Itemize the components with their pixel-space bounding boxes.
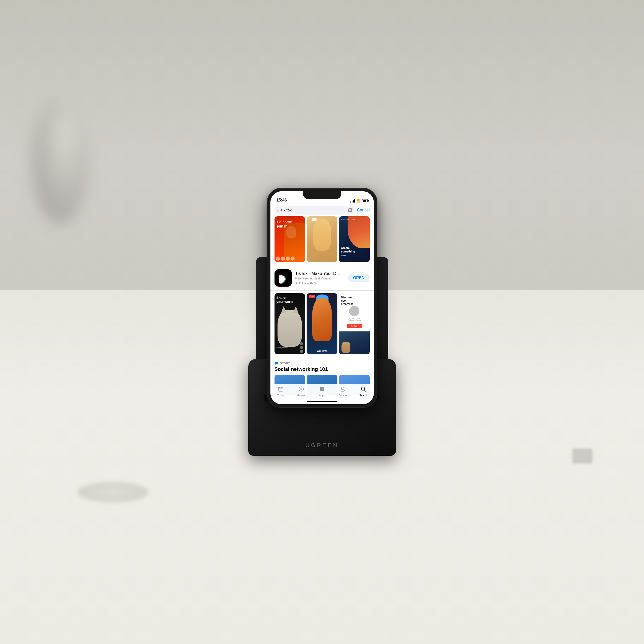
svg-point-9 (341, 387, 344, 390)
games-nav-icon (298, 386, 304, 393)
app-open-button[interactable]: OPEN (348, 273, 369, 282)
ss6-bottom-image (339, 332, 370, 355)
bg-cylinder-blur (32, 96, 88, 224)
rating-count: 877K (310, 281, 317, 284)
phone-notch (303, 191, 341, 199)
bg-plate (77, 482, 148, 502)
ss4-background: Shareyour world! fluffy.junior69 (275, 293, 305, 355)
screenshots-row-1: So comejoin in (270, 216, 374, 262)
ss3-background: 800+ Templates Createsomethingnew (339, 216, 370, 262)
ss6-bottom-face (341, 342, 350, 353)
screenshot-1[interactable]: So comejoin in (275, 216, 305, 262)
rating-stars: ★★★★★ (295, 281, 309, 285)
ss5-figure (312, 298, 332, 341)
bg-device (572, 448, 593, 464)
app-listing[interactable]: TikTok - Make Your D... Real People. Rea… (270, 265, 374, 291)
ss3-text: Createsomethingnew (341, 246, 355, 257)
ss4-username: fluffy.junior69 (277, 347, 289, 349)
arcade-nav-icon (340, 386, 346, 393)
ss1-text: So comejoin in (277, 220, 292, 228)
story-icon (275, 361, 279, 365)
app-name: TikTok - Make Your D... (295, 271, 345, 276)
wifi-icon: 📶 (357, 199, 361, 202)
tiktok-logo (279, 273, 288, 283)
phone-stand-wrapper: UGREEN 15:46 (236, 188, 409, 456)
story-eyebrow: STORY (275, 361, 370, 365)
apps-nav-icon (319, 386, 325, 393)
ss6-text: Discovernewcreators! (341, 296, 368, 306)
battery-fill (363, 200, 366, 202)
ss2-face (313, 219, 331, 251)
ss5-background: LIVE Go live! (307, 293, 337, 355)
today-nav-icon (278, 386, 283, 393)
ss4-cat (278, 310, 302, 347)
svg-rect-0 (278, 387, 283, 391)
tiktok-app-icon (275, 269, 292, 286)
story-title: Social networking 101 (275, 366, 370, 372)
ss6-follow-button: Follow (347, 324, 362, 328)
status-icons: 📶 (350, 199, 368, 202)
apps-nav-label: Apps (319, 394, 325, 397)
ss4-bottom: fluffy.junior69 (277, 342, 303, 353)
screenshot-5[interactable]: LIVE Go live! (307, 293, 337, 355)
svg-rect-8 (322, 389, 324, 391)
ss6-profile-avatar (349, 306, 359, 316)
nav-item-arcade[interactable]: Arcade (332, 386, 353, 397)
search-nav-icon (361, 386, 366, 393)
signal-bars-icon (350, 199, 355, 202)
svg-line-11 (364, 390, 366, 391)
story-section: STORY Social networking 101 (270, 358, 374, 374)
stand-brand-label: UGREEN (305, 442, 338, 449)
app-subtitle: Real People. Real Videos... (295, 277, 345, 280)
app-info: TikTok - Make Your D... Real People. Rea… (295, 271, 345, 285)
games-nav-label: Games (297, 394, 305, 397)
nav-item-search[interactable]: Search (353, 386, 374, 397)
app-rating: ★★★★★ 877K (295, 281, 345, 285)
ss2-flower (312, 217, 317, 221)
search-cancel-button[interactable]: Cancel (357, 208, 370, 212)
nav-item-today[interactable]: Today (270, 386, 291, 397)
phone-screen: 15:46 📶 (270, 191, 374, 404)
search-icon: ⌕ (277, 208, 279, 212)
status-time: 15:46 (277, 198, 287, 202)
nav-item-games[interactable]: Games (291, 386, 312, 397)
svg-rect-6 (322, 387, 324, 389)
today-nav-label: Today (277, 394, 284, 397)
svg-point-4 (299, 387, 304, 391)
search-bar[interactable]: ⌕ Tik tok ✕ Cancel (270, 204, 374, 216)
arcade-nav-label: Arcade (339, 394, 347, 397)
svg-rect-7 (320, 389, 322, 391)
home-indicator (307, 401, 337, 402)
screenshot-4[interactable]: Shareyour world! fluffy.junior69 (275, 293, 305, 355)
svg-rect-5 (320, 387, 322, 389)
search-query: Tik tok (281, 208, 346, 212)
phone-stand: UGREEN 15:46 (236, 188, 409, 456)
ss6-stats: 21.3MFollowers 1.2BLikes (341, 317, 368, 321)
search-nav-label: Search (359, 394, 367, 397)
ss5-live-badge: LIVE (309, 295, 315, 298)
ss1-bottom-icons (276, 256, 304, 260)
nav-item-apps[interactable]: Apps (312, 386, 332, 397)
screenshot-2[interactable] (307, 216, 337, 262)
ss3-abstract (348, 216, 370, 248)
screenshots-row-2: Shareyour world! fluffy.junior69 (270, 293, 374, 355)
ss4-icons (300, 342, 303, 353)
ss5-text: Go live! (317, 349, 327, 352)
ss4-text: Shareyour world! (277, 296, 303, 304)
ss3-small-text: 800+ Templates (341, 218, 355, 220)
story-label: STORY (280, 362, 290, 365)
phone-device: 15:46 📶 (267, 188, 377, 407)
ss6-background: Discovernewcreators! 21.3MFollowers 1.2B… (339, 293, 370, 355)
ss1-background: So comejoin in (275, 216, 305, 262)
battery-icon (362, 199, 368, 202)
screenshot-6[interactable]: Discovernewcreators! 21.3MFollowers 1.2B… (339, 293, 370, 355)
screenshot-3[interactable]: 800+ Templates Createsomethingnew (339, 216, 370, 262)
ss2-background (307, 216, 337, 262)
search-clear-button[interactable]: ✕ (348, 208, 352, 212)
search-field[interactable]: ⌕ Tik tok ✕ (275, 206, 355, 214)
